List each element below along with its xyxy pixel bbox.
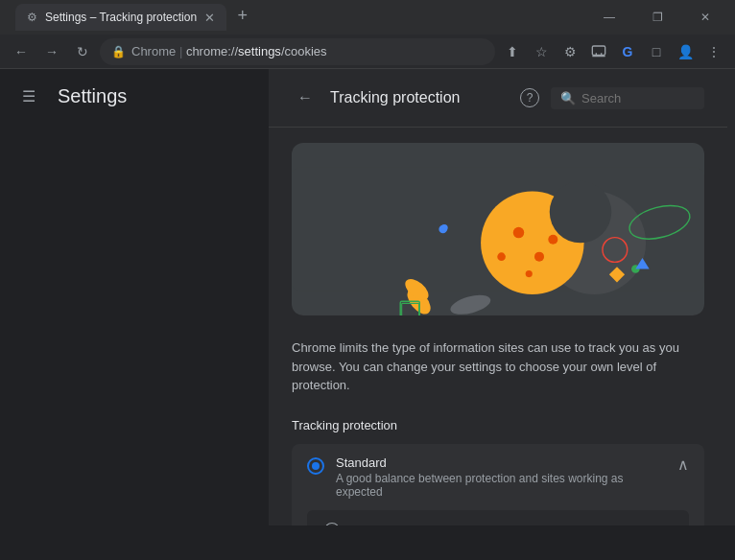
menu-icon[interactable]: ⋮ [700, 38, 727, 65]
svg-point-6 [534, 252, 544, 262]
address-bar: ← → ↻ 🔒 Chrome | chrome://settings/cooki… [0, 35, 735, 69]
close-button[interactable]: ✕ [683, 0, 727, 35]
svg-line-23 [326, 525, 337, 525]
refresh-button[interactable]: ↻ [69, 38, 96, 65]
minimize-button[interactable]: — [587, 0, 631, 35]
url-path: settings [238, 44, 281, 58]
forward-nav-button[interactable]: → [38, 38, 65, 65]
back-button[interactable]: ← [292, 84, 319, 111]
search-magnifier-icon: 🔍 [560, 91, 576, 105]
back-nav-button[interactable]: ← [8, 38, 35, 65]
search-box[interactable]: 🔍 [551, 87, 704, 109]
main-content: ← Tracking protection ? 🔍 [269, 69, 727, 525]
standard-option-text: Standard A good balance between protecti… [336, 455, 666, 499]
standard-option[interactable]: Standard A good balance between protecti… [292, 444, 704, 526]
option-header-standard: Standard A good balance between protecti… [307, 455, 689, 499]
search-input[interactable] [581, 91, 677, 105]
google-icon[interactable]: G [614, 38, 641, 65]
scrollbar-track [727, 69, 735, 525]
sidebar-header: ☰ Settings [0, 69, 269, 123]
description-text: Chrome limits the type of information si… [269, 331, 727, 410]
toolbar-icons: ⬆ ☆ ⚙ G □ 👤 ⋮ [499, 38, 727, 65]
settings-page: ☰ Settings ← Tracking protection ? 🔍 [0, 69, 735, 525]
svg-point-7 [497, 252, 506, 261]
sub-option-header: Chrome automatically limits third-party … [322, 522, 674, 526]
tab-title: Settings – Tracking protection [45, 11, 197, 24]
url-prefix: Chrome | chrome://settings/cookies [131, 44, 327, 58]
settings-page-title: Settings [58, 85, 127, 107]
svg-point-4 [550, 181, 612, 244]
hero-illustration [292, 143, 704, 315]
standard-option-desc: A good balance between protection and si… [336, 472, 666, 499]
url-suffix: /cookies [281, 44, 327, 58]
expand-button[interactable]: ∧ [677, 455, 689, 474]
svg-rect-0 [592, 46, 605, 55]
extensions-icon[interactable]: ⚙ [557, 38, 583, 65]
section-title: Tracking protection [269, 410, 727, 440]
address-input-bar[interactable]: 🔒 Chrome | chrome://settings/cookies [100, 38, 495, 65]
standard-option-label: Standard [336, 455, 666, 470]
no-tracking-icon [322, 522, 342, 526]
bookmark-icon[interactable]: ☆ [528, 38, 555, 65]
new-tab-button[interactable]: + [229, 6, 255, 25]
svg-point-9 [526, 270, 533, 277]
sidebar: ☰ Settings [0, 69, 269, 525]
titlebar: ⚙ Settings – Tracking protection ✕ + — ❐… [0, 0, 735, 35]
url-chrome-label: Chrome [131, 44, 176, 58]
content-header: ← Tracking protection ? 🔍 [269, 69, 727, 128]
sub-option-title: Chrome automatically limits third-party … [351, 525, 609, 526]
hamburger-menu[interactable]: ☰ [15, 82, 42, 109]
chromecast-icon[interactable] [585, 38, 612, 65]
svg-point-20 [441, 224, 448, 231]
media-hub-icon[interactable]: □ [643, 38, 670, 65]
sub-option-limits: Chrome automatically limits third-party … [307, 510, 689, 526]
tab-bar: ⚙ Settings – Tracking protection ✕ + [15, 4, 255, 31]
tab-close-button[interactable]: ✕ [204, 11, 215, 25]
svg-point-8 [548, 235, 557, 245]
tab-favicon: ⚙ [27, 11, 37, 24]
maximize-button[interactable]: ❐ [635, 0, 679, 35]
help-icon[interactable]: ? [520, 88, 539, 107]
standard-radio[interactable] [307, 457, 324, 475]
profile-icon[interactable]: 👤 [672, 38, 699, 65]
secure-icon: 🔒 [111, 45, 126, 58]
svg-point-17 [448, 292, 492, 315]
url-scheme: chrome:// [186, 44, 238, 58]
share-icon[interactable]: ⬆ [499, 38, 526, 65]
svg-point-5 [513, 227, 524, 238]
window-controls: — ❐ ✕ [587, 0, 727, 35]
page-title: Tracking protection [330, 89, 509, 106]
